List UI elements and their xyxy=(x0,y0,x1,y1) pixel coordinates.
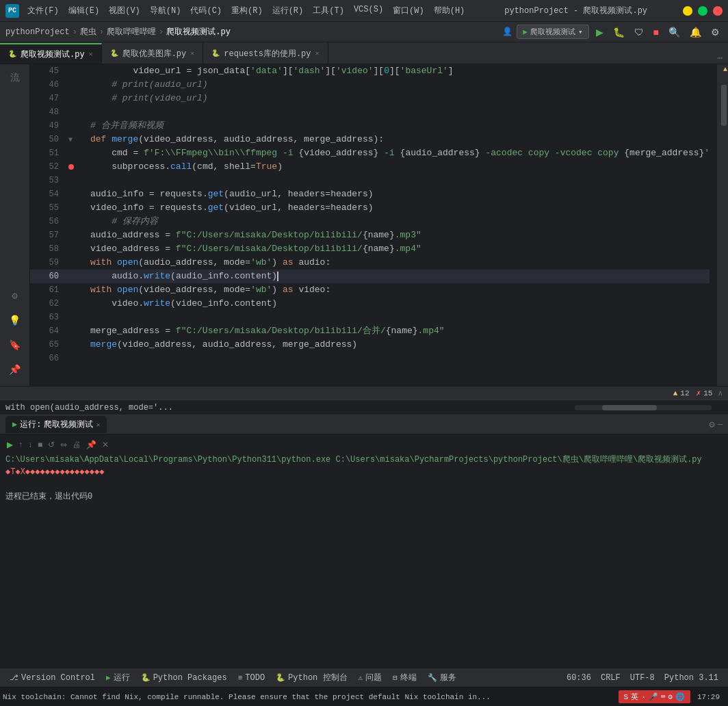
run-config-button[interactable]: ▶ 爬取视频测试 ▾ xyxy=(517,25,588,39)
tab-close-2[interactable]: ✕ xyxy=(190,49,194,57)
run-status-button[interactable]: ▶ 运行 xyxy=(102,670,134,685)
time-display: 17:29 xyxy=(692,692,725,703)
terminal-command-line: C:\Users\misaka\AppData\Local\Programs\P… xyxy=(5,454,723,466)
services-button[interactable]: 🔧 服务 xyxy=(424,670,460,685)
table-row: 61 with open(video_address, mode='wb') a… xyxy=(30,283,710,297)
all-code-lines: 45 video_url = json_data['data']['dash']… xyxy=(30,64,710,386)
git-icon: ⎇ xyxy=(10,673,18,682)
terminal-button[interactable]: ⊟ 终端 xyxy=(389,670,421,685)
warnings-count[interactable]: ▲ 12 ✗ 15 xyxy=(673,389,713,397)
scroll-down-button[interactable]: ↓ xyxy=(27,439,34,451)
terminal-empty xyxy=(5,478,723,491)
table-row: 58 video_address = f"C:/Users/misaka/Des… xyxy=(30,242,710,256)
menu-tools[interactable]: 工具(T) xyxy=(309,3,348,18)
scroll-up-button[interactable]: ↑ xyxy=(17,439,24,451)
tab-requests[interactable]: 🐍 requests库的使用.py ✕ xyxy=(203,43,328,64)
python-version[interactable]: Python 3.11 xyxy=(660,672,723,684)
sidebar-icon-bottom-1[interactable]: ⚙ xyxy=(4,285,26,306)
todo-button[interactable]: ≡ TODO xyxy=(234,672,269,684)
cursor-position[interactable]: 60:36 xyxy=(562,672,595,684)
python-console-button[interactable]: 🐍 Python 控制台 xyxy=(272,670,351,685)
user-icon[interactable]: 👤 xyxy=(502,27,512,37)
tab-close-1[interactable]: ✕ xyxy=(89,50,93,58)
menu-nav[interactable]: 导航(N) xyxy=(146,3,185,18)
menu-vcs[interactable]: VCS(S) xyxy=(350,3,387,18)
window-title: pythonProject - 爬取视频测试.py xyxy=(504,5,647,16)
ime-status[interactable]: S 英 · 🎤 ⌨ ⚙ 🌐 xyxy=(619,690,690,703)
scroll-thumb[interactable] xyxy=(721,85,727,126)
right-gutter[interactable]: ▲ xyxy=(717,64,728,386)
version-control-label: Version Control xyxy=(21,673,95,683)
python-packages-icon: 🐍 xyxy=(141,673,151,682)
system-bar: Nix toolchain: Cannot find Nix, compile … xyxy=(0,687,728,706)
menu-help[interactable]: 帮助(H) xyxy=(430,3,469,18)
breadcrumb-file[interactable]: 爬取视频测试.py xyxy=(166,26,231,38)
scrollbar-thumb[interactable] xyxy=(602,405,657,410)
minimize-button[interactable] xyxy=(683,6,692,16)
breadcrumb-project[interactable]: pythonProject xyxy=(5,27,70,37)
close-run-button[interactable]: ✕ xyxy=(101,439,110,451)
pin-button[interactable]: 📌 xyxy=(85,439,98,451)
menu-code[interactable]: 代码(C) xyxy=(186,3,226,18)
terminal-content: ▶ ↑ ↓ ■ ↺ ⇔ 🖨 📌 ✕ C:\Users\misaka\AppDat… xyxy=(0,434,728,668)
coverage-button[interactable]: 🛡 xyxy=(632,25,647,39)
breadcrumb-bilibili[interactable]: 爬取哔哩哔哩 xyxy=(107,26,156,38)
menu-edit[interactable]: 编辑(E) xyxy=(64,3,104,18)
line-ending[interactable]: CRLF xyxy=(597,672,625,684)
stop-button[interactable]: ■ xyxy=(651,25,662,39)
wrap-button[interactable]: ⇔ xyxy=(59,439,68,451)
services-icon: 🔧 xyxy=(428,673,437,682)
sidebar-icon-bottom-3[interactable]: 🔖 xyxy=(4,334,26,356)
tab-image[interactable]: 🐍 爬取优美图库.py ✕ xyxy=(102,43,204,64)
run-icon: ▶ xyxy=(12,419,17,430)
code-container: 45 video_url = json_data['data']['dash']… xyxy=(30,64,717,386)
table-row: 55 video_info = requests.get(video_url, … xyxy=(30,201,710,215)
version-control-button[interactable]: ⎇ Version Control xyxy=(5,672,99,684)
warning-icon: ▲ xyxy=(673,389,678,397)
terminal-minimize-button[interactable]: — xyxy=(718,420,723,430)
encoding[interactable]: UTF-8 xyxy=(626,672,659,684)
table-row: 59 with open(audio_address, mode='wb') a… xyxy=(30,256,710,270)
keyboard-icon: ⌨ xyxy=(661,692,666,701)
python-packages-button[interactable]: 🐍 Python Packages xyxy=(137,672,231,684)
horizontal-scrollbar[interactable] xyxy=(575,405,712,410)
tab-close-3[interactable]: ✕ xyxy=(315,49,320,57)
menu-file[interactable]: 文件(F) xyxy=(23,3,63,18)
tab-video-test[interactable]: 🐍 爬取视频测试.py ✕ xyxy=(0,43,102,64)
run-button[interactable]: ▶ xyxy=(593,25,606,39)
rerun-button[interactable]: ↺ xyxy=(47,439,56,451)
breadcrumb-spider[interactable]: 爬虫 xyxy=(80,26,96,38)
tabs-overflow[interactable]: ⋯ xyxy=(712,53,728,64)
table-row: 47 # print(video_url) xyxy=(30,92,710,105)
sidebar-icon-1[interactable]: 流 xyxy=(4,67,26,89)
menu-refactor[interactable]: 重构(R) xyxy=(227,3,267,18)
todo-icon: ≡ xyxy=(238,674,243,682)
search-everywhere-button[interactable]: 🔍 xyxy=(666,25,683,39)
table-row: 54 audio_info = requests.get(audio_url, … xyxy=(30,187,710,201)
terminal-tab-run[interactable]: ▶ 运行: 爬取视频测试 ✕ xyxy=(5,416,107,433)
stop-process-button[interactable]: ■ xyxy=(36,439,44,451)
sidebar-icon-bottom-2[interactable]: 💡 xyxy=(4,309,26,331)
terminal-tab-close[interactable]: ✕ xyxy=(96,421,100,429)
expand-icon[interactable]: ∧ xyxy=(718,389,723,397)
settings-button[interactable]: ⚙ xyxy=(708,25,723,39)
print-button[interactable]: 🖨 xyxy=(71,439,82,451)
sidebar-icon-bottom-4[interactable]: 📌 xyxy=(4,358,26,380)
debug-button[interactable]: 🐛 xyxy=(610,25,627,39)
close-button[interactable] xyxy=(713,6,723,16)
menu-view[interactable]: 视图(V) xyxy=(105,3,144,18)
problems-button[interactable]: ⚠ 问题 xyxy=(354,670,387,685)
menu-window[interactable]: 窗口(W) xyxy=(389,3,428,18)
position-text: 60:36 xyxy=(567,673,591,683)
table-row: 57 audio_address = f"C:/Users/misaka/Des… xyxy=(30,228,710,242)
table-row: 46 # print(audio_url) xyxy=(30,78,710,92)
tab-label-1: 爬取视频测试.py xyxy=(21,49,85,60)
terminal-settings-button[interactable]: ⚙ xyxy=(709,419,714,430)
breadcrumb-toolbar: pythonProject › 爬虫 › 爬取哔哩哔哩 › 爬取视频测试.py … xyxy=(0,22,728,42)
menu-run[interactable]: 运行(R) xyxy=(268,3,308,18)
table-row: 64 merge_address = f"C:/Users/misaka/Des… xyxy=(30,324,710,338)
notifications-button[interactable]: 🔔 xyxy=(687,25,704,39)
maximize-button[interactable] xyxy=(698,6,707,16)
todo-label: TODO xyxy=(245,673,265,683)
play-button[interactable]: ▶ xyxy=(5,439,14,451)
